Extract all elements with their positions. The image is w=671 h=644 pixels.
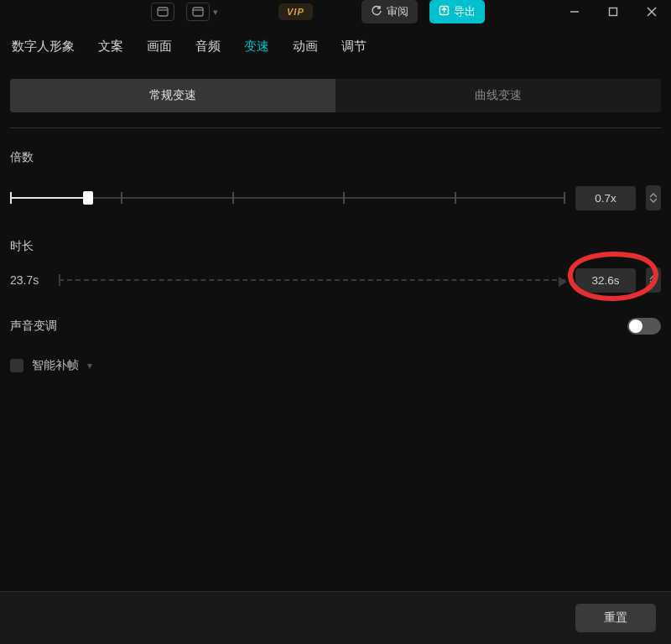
toolbar-dropdown-arrow[interactable]: ▾ <box>210 3 221 21</box>
toolbar-icon-1[interactable] <box>151 3 174 21</box>
duration-target-field[interactable]: 32.6s <box>575 268 636 293</box>
multiplier-value-field[interactable]: 0.7x <box>575 186 636 210</box>
window-close[interactable] <box>632 0 671 23</box>
svg-rect-2 <box>193 8 203 16</box>
smart-frame-checkbox[interactable] <box>10 359 23 372</box>
svg-rect-6 <box>610 8 617 16</box>
tab-anim[interactable]: 动画 <box>293 39 318 55</box>
multiplier-slider[interactable] <box>10 190 565 206</box>
review-button[interactable]: 审阅 <box>362 0 418 23</box>
window-maximize[interactable] <box>594 0 632 23</box>
refresh-icon <box>371 5 382 19</box>
speed-mode-segment: 常规变速 曲线变速 <box>10 79 661 112</box>
segment-normal-speed[interactable]: 常规变速 <box>10 79 336 112</box>
multiplier-stepper[interactable] <box>646 185 661 210</box>
window-minimize[interactable] <box>555 0 594 23</box>
tab-picture[interactable]: 画面 <box>147 39 172 55</box>
tab-avatar[interactable]: 数字人形象 <box>12 39 75 55</box>
export-label: 导出 <box>454 4 476 19</box>
reset-button[interactable]: 重置 <box>575 604 656 632</box>
vip-badge[interactable]: VIP <box>278 3 313 20</box>
chevron-down-icon[interactable]: ▾ <box>87 360 92 371</box>
duration-stepper[interactable] <box>646 267 661 293</box>
segment-curve-speed[interactable]: 曲线变速 <box>336 79 661 112</box>
tab-copy[interactable]: 文案 <box>98 39 123 55</box>
multiplier-label: 倍数 <box>10 150 661 165</box>
pitch-label: 声音变调 <box>10 319 57 334</box>
chevron-down-icon <box>650 198 657 203</box>
duration-source-value: 23.7s <box>10 273 49 287</box>
tab-audio[interactable]: 音频 <box>195 39 221 55</box>
arrow-right-icon <box>559 275 567 290</box>
tab-adjust[interactable]: 调节 <box>341 39 367 55</box>
review-label: 审阅 <box>387 4 408 19</box>
footer: 重置 <box>0 591 671 644</box>
smart-frame-label: 智能补帧 <box>32 358 79 373</box>
pitch-toggle[interactable] <box>627 318 661 335</box>
export-icon <box>439 5 450 18</box>
duration-track <box>59 274 565 286</box>
property-tabs: 数字人形象 文案 画面 音频 变速 动画 调节 <box>0 23 671 67</box>
export-button[interactable]: 导出 <box>429 0 485 23</box>
divider <box>10 127 661 128</box>
chevron-down-icon <box>650 280 657 285</box>
duration-label: 时长 <box>10 239 661 254</box>
svg-rect-0 <box>158 8 168 16</box>
tab-speed[interactable]: 变速 <box>244 39 269 55</box>
slider-thumb[interactable] <box>83 191 93 205</box>
toolbar-icon-2[interactable] <box>186 3 210 21</box>
